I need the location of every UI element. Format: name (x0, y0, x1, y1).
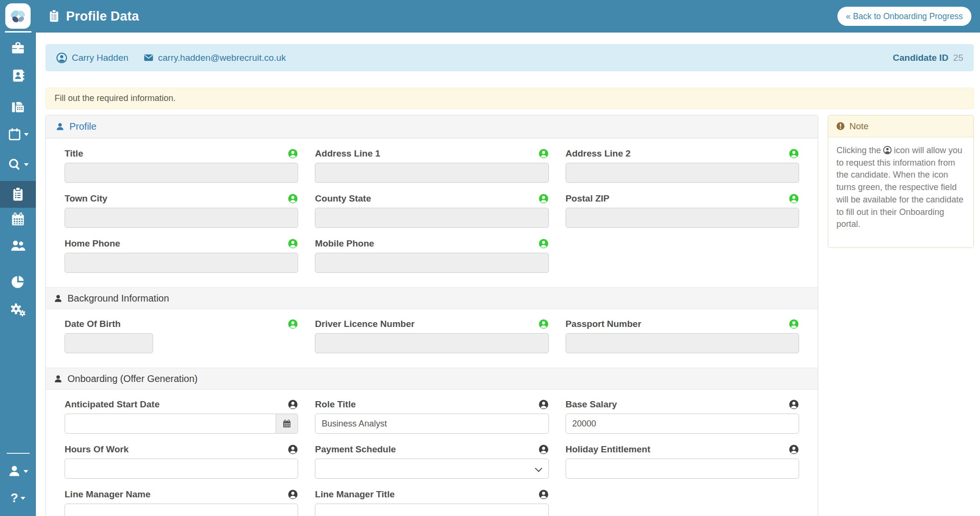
request-from-candidate-icon[interactable] (288, 148, 298, 159)
form-row: Date Of Birth Driver Licence Number Pass… (65, 319, 799, 364)
candidate-info-bar: Carry Hadden carry.hadden@webrecruit.co.… (45, 44, 974, 71)
field-county-state: County State (315, 193, 548, 228)
request-from-candidate-icon[interactable] (288, 444, 298, 455)
sidebar-item-search-menu[interactable] (0, 152, 36, 177)
field-label: Anticipated Start Date (65, 399, 159, 410)
request-from-candidate-icon[interactable] (789, 399, 799, 410)
sidebar-item-schedule[interactable] (0, 207, 36, 232)
request-from-candidate-icon[interactable] (538, 489, 549, 500)
user-icon (56, 122, 65, 131)
sidebar-item-account-menu[interactable] (0, 459, 36, 483)
field-address-line-1: Address Line 1 (315, 148, 548, 183)
note-text: icon will allow you to request this info… (836, 146, 963, 229)
top-header-bar: Profile Data « Back to Onboarding Progre… (0, 0, 980, 33)
role-title-input[interactable] (315, 414, 548, 434)
hours-of-work-input[interactable] (65, 459, 298, 479)
note-panel: Note Clicking theicon will allow you to … (828, 115, 974, 248)
back-to-onboarding-button[interactable]: « Back to Onboarding Progress (837, 7, 971, 26)
field-label: Date Of Birth (65, 319, 121, 329)
candidate-name: Carry Hadden (72, 53, 128, 63)
request-from-candidate-icon[interactable] (288, 399, 298, 410)
anticipated-start-date-input[interactable] (65, 414, 276, 434)
required-info-alert: Fill out the required information. (45, 88, 974, 109)
field-label: Base Salary (566, 399, 617, 410)
envelope-icon (144, 53, 154, 63)
sidebar-item-help-menu[interactable]: ? (0, 485, 36, 510)
request-from-candidate-icon[interactable] (789, 193, 799, 204)
holiday-entitlement-input[interactable] (566, 459, 799, 479)
sidebar-item-calendar-menu[interactable] (0, 122, 36, 146)
line-manager-name-input[interactable] (65, 504, 298, 516)
main-content: Carry Hadden carry.hadden@webrecruit.co.… (36, 33, 980, 516)
sidebar-item-jobs[interactable] (0, 35, 36, 60)
user-circle-icon (56, 52, 67, 64)
field-label: Driver Licence Number (315, 319, 414, 329)
page-title-wrap: Profile Data (48, 0, 139, 33)
request-from-candidate-icon[interactable] (538, 238, 549, 249)
request-from-candidate-icon[interactable] (538, 148, 549, 159)
field-payment-schedule: Payment Schedule (315, 444, 548, 479)
briefcase-icon (11, 41, 25, 56)
panel-body: Title Address Line 1 Address Line 2 (46, 138, 818, 516)
search-icon (8, 157, 22, 171)
profile-form-panel: Profile Title Address Line 1 (45, 115, 818, 516)
field-town-city: Town City (65, 193, 298, 228)
profile-data-page: Profile Data « Back to Onboarding Progre… (0, 0, 980, 516)
request-from-candidate-icon[interactable] (789, 148, 799, 159)
field-label: Address Line 1 (315, 148, 380, 159)
field-label: Town City (65, 193, 107, 204)
chevron-down-icon (24, 133, 29, 138)
request-from-candidate-icon[interactable] (288, 489, 298, 500)
request-from-candidate-icon[interactable] (538, 319, 549, 329)
request-from-candidate-icon[interactable] (538, 399, 549, 410)
app-logo[interactable] (5, 3, 31, 29)
field-label: Line Manager Title (315, 489, 394, 500)
butterfly-logo-icon (8, 6, 28, 26)
line-manager-title-input[interactable] (315, 504, 548, 516)
help-icon: ? (11, 492, 18, 504)
field-date-of-birth: Date Of Birth (65, 319, 298, 353)
request-from-candidate-icon[interactable] (538, 444, 549, 455)
sidebar-item-reports[interactable] (0, 269, 36, 294)
field-label: Postal ZIP (566, 193, 610, 204)
calendar-icon (8, 127, 22, 141)
county-state-input (315, 208, 548, 228)
note-heading: Note (828, 115, 973, 137)
sidebar: ? (0, 0, 36, 516)
postal-zip-input (566, 208, 799, 228)
onboarding-section-title: Onboarding (Offer Generation) (67, 373, 198, 384)
sidebar-item-fax[interactable] (0, 94, 36, 119)
request-from-candidate-icon[interactable] (789, 444, 799, 455)
background-information-heading: Background Information (46, 287, 818, 309)
sidebar-item-users[interactable] (0, 233, 36, 258)
field-address-line-2: Address Line 2 (566, 148, 799, 183)
base-salary-input[interactable] (566, 414, 799, 434)
request-from-candidate-icon[interactable] (288, 193, 298, 204)
page-title: Profile Data (66, 9, 139, 24)
user-circle-icon (883, 146, 892, 155)
field-holiday-entitlement: Holiday Entitlement (566, 444, 799, 479)
request-from-candidate-icon[interactable] (288, 238, 298, 249)
payment-schedule-select[interactable] (315, 459, 548, 479)
divider (5, 31, 32, 33)
field-label: Passport Number (566, 319, 641, 329)
town-city-input (65, 208, 298, 228)
address-book-icon (11, 68, 25, 83)
user-icon (54, 374, 63, 383)
candidate-id-value: 25 (953, 53, 963, 63)
field-label: Address Line 2 (566, 148, 631, 159)
sidebar-item-candidates[interactable] (0, 63, 36, 88)
candidate-name-wrap: Carry Hadden (56, 52, 128, 64)
datepicker-button[interactable] (276, 414, 298, 434)
sidebar-item-settings[interactable] (0, 297, 36, 322)
address-line-1-input (315, 163, 548, 183)
users-icon (10, 238, 26, 254)
chevron-down-icon (23, 470, 28, 475)
candidate-email-link[interactable]: carry.hadden@webrecruit.co.uk (144, 53, 286, 63)
sidebar-item-profile-data-active[interactable] (0, 181, 36, 208)
request-from-candidate-icon[interactable] (538, 193, 549, 204)
candidate-id-wrap: Candidate ID 25 (893, 53, 963, 63)
clipboard-icon (48, 9, 60, 23)
request-from-candidate-icon[interactable] (789, 319, 799, 329)
request-from-candidate-icon[interactable] (288, 319, 298, 329)
